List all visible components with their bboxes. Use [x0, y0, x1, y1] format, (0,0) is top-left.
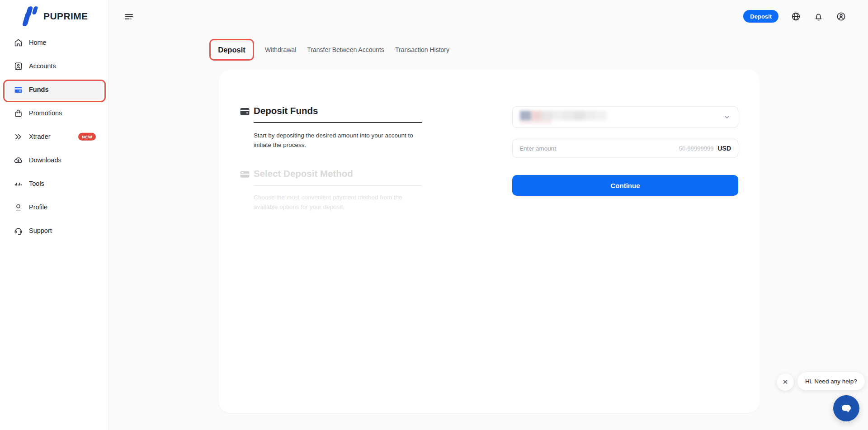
double-chevron-icon — [14, 132, 23, 142]
sidebar-item-label: Xtrader — [29, 133, 51, 140]
sidebar-item-funds[interactable]: Funds — [0, 78, 108, 101]
deposit-funds-description: Start by depositing the desired amount i… — [254, 131, 424, 150]
brand-name: PUPRIME — [43, 11, 88, 22]
sidebar-item-downloads[interactable]: Downloads — [0, 148, 108, 172]
sidebar-item-promotions[interactable]: Promotions — [0, 101, 108, 125]
chat-greeting-bubble[interactable]: Hi. Need any help? — [797, 372, 865, 390]
amount-range-hint: 50-99999999 — [679, 145, 714, 152]
chat-close-button[interactable]: ✕ — [777, 373, 794, 391]
sidebar-item-profile[interactable]: Profile — [0, 195, 108, 219]
sidebar-item-label: Tools — [29, 180, 44, 187]
topbar-actions: Deposit — [743, 10, 846, 23]
sidebar-item-label: Home — [29, 39, 47, 46]
close-icon: ✕ — [783, 378, 788, 386]
sidebar-item-label: Profile — [29, 203, 47, 211]
funds-tabs: Deposit Withdrawal Transfer Between Acco… — [209, 39, 449, 61]
home-icon — [14, 38, 23, 47]
bell-icon — [813, 11, 824, 22]
sidebar-item-label: Funds — [29, 86, 49, 93]
profile-icon — [14, 203, 23, 212]
tab-deposit[interactable]: Deposit — [209, 39, 254, 61]
avatar-icon — [836, 11, 846, 22]
sidebar-collapse-icon[interactable] — [123, 11, 134, 22]
account-select-dropdown[interactable] — [512, 106, 738, 128]
tab-label: Deposit — [218, 46, 245, 54]
sidebar-nav: Home Accounts Funds Promot — [0, 31, 108, 242]
app-root: PUPRIME Home Accounts — [0, 0, 868, 430]
sidebar-item-label: Promotions — [29, 109, 62, 117]
headset-icon — [14, 226, 23, 236]
sidebar-item-accounts[interactable]: Accounts — [0, 54, 108, 78]
gift-icon — [14, 109, 23, 118]
chevron-down-icon — [723, 113, 731, 121]
globe-icon — [791, 11, 801, 22]
amount-input[interactable] — [519, 145, 679, 152]
sidebar-item-label: Support — [29, 227, 52, 234]
tab-withdrawal[interactable]: Withdrawal — [265, 46, 296, 53]
continue-button[interactable]: Continue — [512, 175, 738, 196]
sidebar-item-xtrader[interactable]: Xtrader NEW — [0, 125, 108, 148]
credit-card-icon — [239, 169, 250, 180]
amount-field: 50-99999999 USD — [512, 139, 738, 158]
select-method-title: Select Deposit Method — [254, 168, 353, 179]
sidebar-item-support[interactable]: Support — [0, 219, 108, 242]
tab-transfer-between-accounts[interactable]: Transfer Between Accounts — [307, 46, 384, 53]
new-badge: NEW — [78, 133, 96, 141]
select-method-description: Choose the most convenient payment metho… — [254, 193, 424, 212]
tools-bars-icon — [14, 179, 23, 189]
funds-wallet-icon — [14, 85, 23, 95]
topbar-deposit-button[interactable]: Deposit — [743, 10, 778, 23]
cloud-download-icon — [14, 156, 23, 165]
tab-transaction-history[interactable]: Transaction History — [395, 46, 449, 53]
chat-launcher-button[interactable] — [833, 395, 859, 421]
language-globe-button[interactable] — [791, 11, 801, 22]
puprime-logo-icon — [21, 5, 40, 27]
brand-logo[interactable]: PUPRIME — [21, 5, 88, 27]
sidebar-item-label: Accounts — [29, 62, 56, 70]
account-info-redacted — [520, 111, 610, 123]
sidebar: PUPRIME Home Accounts — [0, 0, 108, 430]
wallet-icon — [239, 106, 250, 117]
deposit-card: Deposit Funds Start by depositing the de… — [219, 70, 760, 413]
title-underline — [254, 122, 422, 123]
account-menu-button[interactable] — [836, 11, 846, 22]
currency-label: USD — [717, 145, 731, 152]
notifications-button[interactable] — [813, 11, 824, 22]
title-underline — [254, 185, 422, 186]
accounts-icon — [14, 61, 23, 71]
chat-bubble-icon — [840, 402, 853, 415]
sidebar-item-tools[interactable]: Tools — [0, 172, 108, 195]
deposit-funds-title: Deposit Funds — [254, 105, 318, 116]
sidebar-item-label: Downloads — [29, 156, 61, 164]
sidebar-item-home[interactable]: Home — [0, 31, 108, 54]
